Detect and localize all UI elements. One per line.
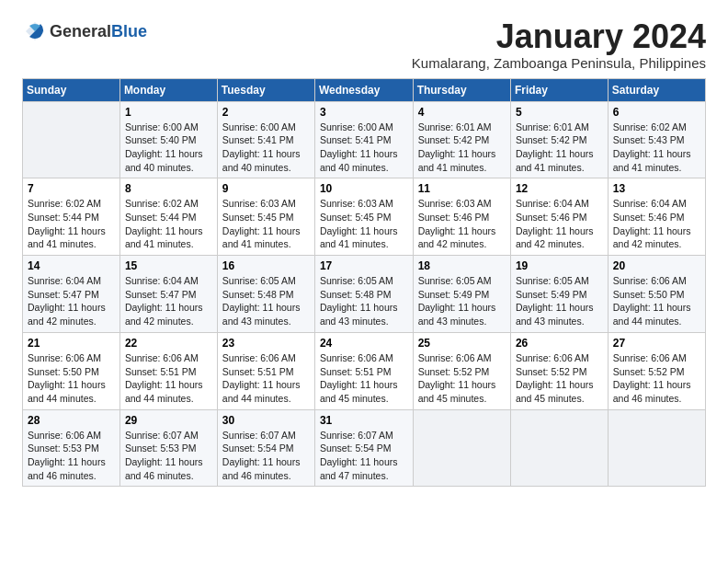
day-number: 3 xyxy=(320,106,408,119)
day-info: Sunrise: 6:03 AM Sunset: 5:45 PM Dayligh… xyxy=(222,197,310,251)
day-info: Sunrise: 6:00 AM Sunset: 5:40 PM Dayligh… xyxy=(125,121,212,175)
day-number: 20 xyxy=(613,259,700,272)
calendar-cell: 9Sunrise: 6:03 AM Sunset: 5:45 PM Daylig… xyxy=(217,178,314,256)
day-info: Sunrise: 6:06 AM Sunset: 5:50 PM Dayligh… xyxy=(28,351,115,406)
calendar-week-5: 28Sunrise: 6:06 AM Sunset: 5:53 PM Dayli… xyxy=(23,409,706,487)
header-cell-tuesday: Tuesday xyxy=(217,78,314,101)
calendar-cell: 31Sunrise: 6:07 AM Sunset: 5:54 PM Dayli… xyxy=(314,409,413,487)
calendar-cell: 19Sunrise: 6:05 AM Sunset: 5:49 PM Dayli… xyxy=(510,256,608,333)
day-info: Sunrise: 6:06 AM Sunset: 5:52 PM Dayligh… xyxy=(516,351,603,406)
title-area: January 2024 Kumalarang, Zamboanga Penin… xyxy=(412,18,706,71)
day-info: Sunrise: 6:02 AM Sunset: 5:43 PM Dayligh… xyxy=(613,121,700,175)
calendar-cell: 25Sunrise: 6:06 AM Sunset: 5:52 PM Dayli… xyxy=(413,332,510,409)
day-info: Sunrise: 6:04 AM Sunset: 5:47 PM Dayligh… xyxy=(28,274,115,328)
logo: GeneralBlue xyxy=(22,18,147,44)
calendar-cell: 23Sunrise: 6:06 AM Sunset: 5:51 PM Dayli… xyxy=(217,332,314,409)
calendar-week-2: 7Sunrise: 6:02 AM Sunset: 5:44 PM Daylig… xyxy=(23,178,706,256)
day-info: Sunrise: 6:07 AM Sunset: 5:54 PM Dayligh… xyxy=(320,429,408,483)
calendar-cell: 28Sunrise: 6:06 AM Sunset: 5:53 PM Dayli… xyxy=(23,409,120,487)
day-number: 22 xyxy=(125,337,212,350)
calendar-cell: 22Sunrise: 6:06 AM Sunset: 5:51 PM Dayli… xyxy=(119,332,217,409)
day-number: 17 xyxy=(320,259,408,272)
calendar-cell: 30Sunrise: 6:07 AM Sunset: 5:54 PM Dayli… xyxy=(217,409,314,487)
day-info: Sunrise: 6:05 AM Sunset: 5:48 PM Dayligh… xyxy=(320,274,408,328)
header-cell-thursday: Thursday xyxy=(413,78,510,101)
calendar-cell xyxy=(510,409,608,487)
calendar-cell: 15Sunrise: 6:04 AM Sunset: 5:47 PM Dayli… xyxy=(119,256,217,333)
day-number: 15 xyxy=(125,259,212,272)
day-number: 14 xyxy=(28,259,115,272)
calendar-title: January 2024 xyxy=(412,18,706,55)
day-number: 11 xyxy=(418,182,506,195)
day-number: 4 xyxy=(418,106,506,119)
day-number: 25 xyxy=(418,337,506,350)
calendar-cell xyxy=(608,409,705,487)
logo-blue-text: Blue xyxy=(111,22,147,40)
day-number: 2 xyxy=(222,106,310,119)
day-number: 16 xyxy=(222,259,310,272)
day-info: Sunrise: 6:05 AM Sunset: 5:49 PM Dayligh… xyxy=(516,274,603,328)
day-info: Sunrise: 6:00 AM Sunset: 5:41 PM Dayligh… xyxy=(320,121,408,175)
calendar-cell: 10Sunrise: 6:03 AM Sunset: 5:45 PM Dayli… xyxy=(314,178,413,256)
day-info: Sunrise: 6:06 AM Sunset: 5:52 PM Dayligh… xyxy=(418,351,506,406)
day-number: 23 xyxy=(222,337,310,350)
calendar-cell: 16Sunrise: 6:05 AM Sunset: 5:48 PM Dayli… xyxy=(217,256,314,333)
day-info: Sunrise: 6:07 AM Sunset: 5:54 PM Dayligh… xyxy=(222,429,310,483)
header-cell-saturday: Saturday xyxy=(608,78,705,101)
day-info: Sunrise: 6:02 AM Sunset: 5:44 PM Dayligh… xyxy=(125,197,212,251)
calendar-cell: 26Sunrise: 6:06 AM Sunset: 5:52 PM Dayli… xyxy=(510,332,608,409)
calendar-week-1: 1Sunrise: 6:00 AM Sunset: 5:40 PM Daylig… xyxy=(23,101,706,178)
calendar-week-4: 21Sunrise: 6:06 AM Sunset: 5:50 PM Dayli… xyxy=(23,332,706,409)
day-info: Sunrise: 6:07 AM Sunset: 5:53 PM Dayligh… xyxy=(125,429,212,483)
day-number: 10 xyxy=(320,182,408,195)
day-info: Sunrise: 6:06 AM Sunset: 5:51 PM Dayligh… xyxy=(320,351,408,406)
day-info: Sunrise: 6:06 AM Sunset: 5:51 PM Dayligh… xyxy=(125,351,212,406)
calendar-cell xyxy=(23,101,120,178)
day-info: Sunrise: 6:00 AM Sunset: 5:41 PM Dayligh… xyxy=(222,121,310,175)
day-number: 18 xyxy=(418,259,506,272)
calendar-subtitle: Kumalarang, Zamboanga Peninsula, Philipp… xyxy=(412,55,706,71)
calendar-cell: 18Sunrise: 6:05 AM Sunset: 5:49 PM Dayli… xyxy=(413,256,510,333)
calendar-cell: 13Sunrise: 6:04 AM Sunset: 5:46 PM Dayli… xyxy=(608,178,705,256)
day-info: Sunrise: 6:01 AM Sunset: 5:42 PM Dayligh… xyxy=(418,121,506,175)
day-number: 26 xyxy=(516,337,603,350)
calendar-cell: 17Sunrise: 6:05 AM Sunset: 5:48 PM Dayli… xyxy=(314,256,413,333)
calendar-cell: 1Sunrise: 6:00 AM Sunset: 5:40 PM Daylig… xyxy=(119,101,217,178)
day-info: Sunrise: 6:04 AM Sunset: 5:46 PM Dayligh… xyxy=(613,197,700,251)
day-info: Sunrise: 6:05 AM Sunset: 5:48 PM Dayligh… xyxy=(222,274,310,328)
logo-general-text: General xyxy=(50,22,111,40)
day-info: Sunrise: 6:06 AM Sunset: 5:53 PM Dayligh… xyxy=(28,429,115,483)
day-info: Sunrise: 6:03 AM Sunset: 5:46 PM Dayligh… xyxy=(418,197,506,251)
day-number: 30 xyxy=(222,414,310,427)
calendar-cell: 2Sunrise: 6:00 AM Sunset: 5:41 PM Daylig… xyxy=(217,101,314,178)
day-number: 12 xyxy=(516,182,603,195)
calendar-cell: 6Sunrise: 6:02 AM Sunset: 5:43 PM Daylig… xyxy=(608,101,705,178)
calendar-header-row: SundayMondayTuesdayWednesdayThursdayFrid… xyxy=(23,78,706,101)
calendar-week-3: 14Sunrise: 6:04 AM Sunset: 5:47 PM Dayli… xyxy=(23,256,706,333)
calendar-cell: 3Sunrise: 6:00 AM Sunset: 5:41 PM Daylig… xyxy=(314,101,413,178)
day-number: 31 xyxy=(320,414,408,427)
day-info: Sunrise: 6:01 AM Sunset: 5:42 PM Dayligh… xyxy=(516,121,603,175)
day-number: 28 xyxy=(28,414,115,427)
calendar-cell: 12Sunrise: 6:04 AM Sunset: 5:46 PM Dayli… xyxy=(510,178,608,256)
header-cell-sunday: Sunday xyxy=(23,78,120,101)
header-cell-friday: Friday xyxy=(510,78,608,101)
header-cell-monday: Monday xyxy=(119,78,217,101)
day-number: 29 xyxy=(125,414,212,427)
day-number: 5 xyxy=(516,106,603,119)
day-number: 21 xyxy=(28,337,115,350)
calendar-cell: 8Sunrise: 6:02 AM Sunset: 5:44 PM Daylig… xyxy=(119,178,217,256)
calendar-cell: 29Sunrise: 6:07 AM Sunset: 5:53 PM Dayli… xyxy=(119,409,217,487)
calendar-cell: 5Sunrise: 6:01 AM Sunset: 5:42 PM Daylig… xyxy=(510,101,608,178)
calendar-cell: 14Sunrise: 6:04 AM Sunset: 5:47 PM Dayli… xyxy=(23,256,120,333)
day-info: Sunrise: 6:04 AM Sunset: 5:47 PM Dayligh… xyxy=(125,274,212,328)
day-number: 8 xyxy=(125,182,212,195)
calendar-cell: 21Sunrise: 6:06 AM Sunset: 5:50 PM Dayli… xyxy=(23,332,120,409)
day-number: 19 xyxy=(516,259,603,272)
day-number: 27 xyxy=(613,337,700,350)
calendar-cell: 11Sunrise: 6:03 AM Sunset: 5:46 PM Dayli… xyxy=(413,178,510,256)
day-info: Sunrise: 6:06 AM Sunset: 5:50 PM Dayligh… xyxy=(613,274,700,328)
day-info: Sunrise: 6:05 AM Sunset: 5:49 PM Dayligh… xyxy=(418,274,506,328)
calendar-cell xyxy=(413,409,510,487)
calendar-cell: 20Sunrise: 6:06 AM Sunset: 5:50 PM Dayli… xyxy=(608,256,705,333)
